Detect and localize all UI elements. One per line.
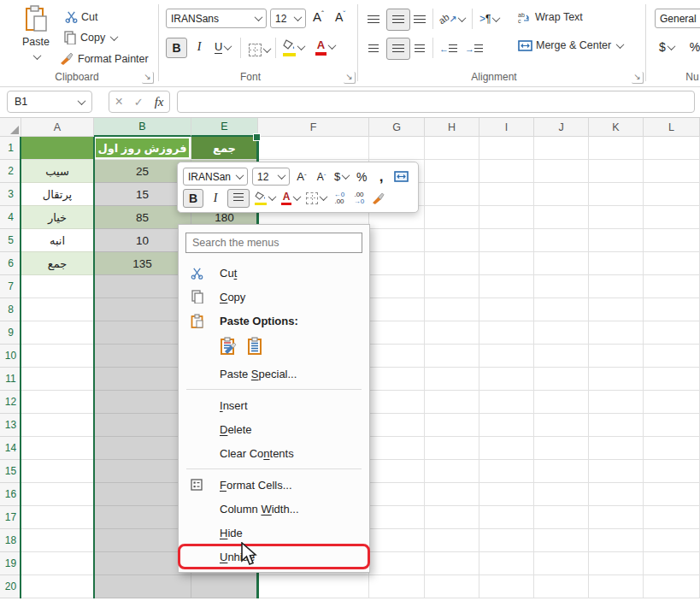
cell-H14[interactable] [425, 437, 479, 460]
cell-L8[interactable] [644, 298, 700, 321]
row-header-19[interactable]: 19 [0, 552, 21, 575]
insert-function-icon[interactable]: fx [155, 95, 164, 109]
cell-I12[interactable] [479, 391, 534, 414]
name-box[interactable]: B1 [7, 91, 92, 113]
column-header-I[interactable]: I [479, 118, 534, 137]
cell-I19[interactable] [479, 552, 534, 575]
cell-A10[interactable] [21, 345, 94, 368]
cell-G1[interactable] [369, 137, 425, 160]
cell-H4[interactable] [425, 206, 479, 229]
cell-B10[interactable] [94, 345, 191, 368]
menu-item-cut[interactable]: Cut [179, 261, 369, 285]
row-header-6[interactable]: 6 [0, 252, 21, 275]
cell-A7[interactable] [21, 275, 94, 298]
percent-style-button[interactable]: % [687, 38, 700, 56]
cell-I2[interactable] [479, 160, 534, 183]
row-header-12[interactable]: 12 [0, 391, 21, 414]
middle-align-button[interactable] [386, 9, 410, 31]
cell-J6[interactable] [534, 252, 589, 275]
cell-J10[interactable] [534, 345, 589, 368]
cell-K5[interactable] [589, 229, 644, 252]
cell-A8[interactable] [21, 298, 94, 321]
cell-J2[interactable] [534, 160, 589, 183]
cell-H10[interactable] [425, 345, 479, 368]
cell-B5[interactable]: 10 [94, 229, 191, 252]
cell-A2[interactable]: سیب [21, 160, 94, 183]
column-header-F[interactable]: F [258, 118, 369, 137]
cell-G15[interactable] [369, 460, 425, 483]
cell-A15[interactable] [21, 460, 94, 483]
cell-A1[interactable] [21, 137, 94, 160]
accounting-format-button[interactable]: $ [658, 38, 675, 56]
mini-accounting-button[interactable]: $ [333, 168, 350, 186]
cell-G20[interactable] [369, 575, 425, 598]
cell-G8[interactable] [369, 298, 425, 321]
cell-L17[interactable] [644, 506, 700, 529]
cell-K17[interactable] [589, 506, 644, 529]
cell-A18[interactable] [21, 529, 94, 552]
cell-G11[interactable] [369, 368, 425, 391]
menu-item-copy[interactable]: Copy [179, 285, 369, 309]
cell-K10[interactable] [589, 345, 644, 368]
cell-H13[interactable] [425, 414, 479, 437]
cell-J12[interactable] [534, 391, 589, 414]
font-dialog-launcher[interactable]: ↘ [344, 72, 356, 84]
cell-K4[interactable] [589, 206, 644, 229]
cell-I6[interactable] [479, 252, 534, 275]
cell-G6[interactable] [369, 252, 425, 275]
cell-I9[interactable] [479, 321, 534, 345]
cell-I8[interactable] [479, 298, 534, 321]
cell-A9[interactable] [21, 321, 94, 345]
cell-B16[interactable] [94, 483, 191, 506]
mini-font-color-button[interactable]: A [280, 190, 301, 207]
row-header-3[interactable]: 3 [0, 183, 21, 206]
cell-I3[interactable] [479, 183, 534, 206]
cell-G5[interactable] [369, 229, 425, 252]
cell-L7[interactable] [644, 275, 700, 298]
italic-button[interactable]: I [191, 38, 207, 56]
row-header-5[interactable]: 5 [0, 229, 21, 252]
mini-percent-button[interactable]: % [354, 168, 369, 186]
cell-I13[interactable] [479, 414, 534, 437]
cell-K8[interactable] [589, 298, 644, 321]
cell-A17[interactable] [21, 506, 94, 529]
cell-A4[interactable]: خیار [21, 206, 94, 229]
mini-font-size-combo[interactable]: 12 [252, 168, 290, 186]
cell-K3[interactable] [589, 183, 644, 206]
cell-J8[interactable] [534, 298, 589, 321]
cell-B18[interactable] [94, 529, 191, 552]
row-header-17[interactable]: 17 [0, 506, 21, 529]
cell-J11[interactable] [534, 368, 589, 391]
column-header-H[interactable]: H [425, 118, 479, 137]
cell-J1[interactable] [534, 137, 589, 160]
cell-L3[interactable] [644, 183, 700, 206]
mini-merge-center-button[interactable] [393, 168, 409, 186]
cell-E20[interactable] [191, 575, 258, 598]
column-header-L[interactable]: L [644, 118, 700, 137]
cell-B1[interactable]: فروزش روز اول [94, 137, 191, 160]
row-header-20[interactable]: 20 [0, 575, 21, 598]
underline-button[interactable]: U [214, 38, 232, 56]
formula-input[interactable] [177, 91, 695, 113]
mini-font-name-combo[interactable]: IRANSan [183, 168, 248, 186]
cell-I16[interactable] [479, 483, 534, 506]
menu-item-insert[interactable]: Insert [179, 393, 369, 417]
cell-K6[interactable] [589, 252, 644, 275]
alignment-dialog-launcher[interactable]: ↘ [632, 72, 644, 84]
number-format-combo[interactable]: General [655, 9, 700, 28]
cell-L18[interactable] [644, 529, 700, 552]
cell-G19[interactable] [369, 552, 425, 575]
cell-J9[interactable] [534, 321, 589, 345]
cell-H9[interactable] [425, 321, 479, 345]
column-header-E[interactable]: E [191, 118, 258, 137]
text-direction-button[interactable]: >¶ [479, 10, 500, 27]
cell-K13[interactable] [589, 414, 644, 437]
mini-shrink-font-button[interactable]: Aˇ [314, 168, 329, 186]
cell-B7[interactable] [94, 275, 191, 298]
cell-I18[interactable] [479, 529, 534, 552]
paste-formatting-icon[interactable] [220, 337, 237, 358]
cell-K7[interactable] [589, 275, 644, 298]
cell-B9[interactable] [94, 321, 191, 345]
mini-format-painter-button[interactable] [371, 190, 386, 207]
menu-item-paste-special[interactable]: Paste Special... [179, 362, 369, 386]
